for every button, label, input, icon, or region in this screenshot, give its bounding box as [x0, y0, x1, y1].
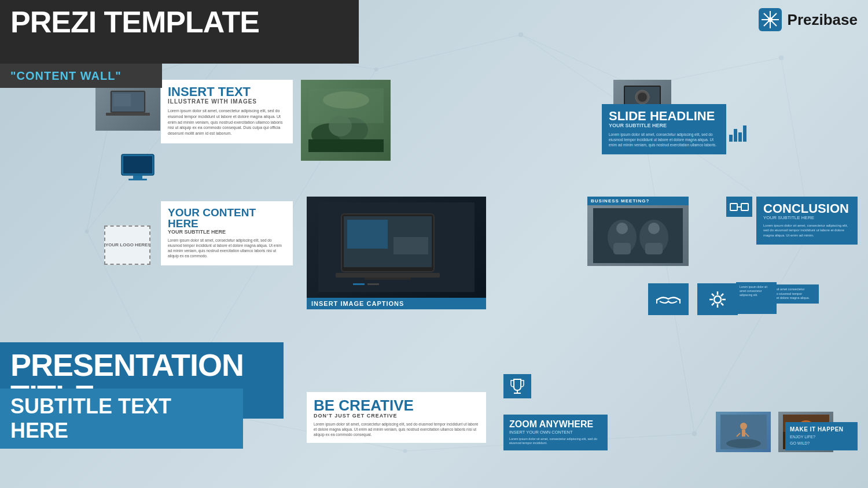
svg-point-63 [616, 223, 628, 234]
conclusion-body: Lorem ipsum dolor sit amet, consectetur … [763, 223, 851, 238]
slide-headline-title: SLIDE HEADLINE [609, 110, 719, 123]
svg-line-13 [376, 35, 521, 69]
slide-headline-subtitle: YOUR SUBTITLE HERE [609, 123, 719, 128]
svg-rect-50 [128, 179, 147, 180]
be-creative-card: BE CREATIVE DON'T JUST GET CREATIVE Lore… [307, 392, 486, 443]
svg-rect-59 [367, 283, 379, 285]
your-content-title: YOUR CONTENT HERE [168, 207, 286, 229]
header-title: PREZI TEMPLATE [10, 7, 259, 37]
svg-rect-58 [353, 283, 365, 285]
slide-headline-card: SLIDE HEADLINE YOUR SUBTITLE HERE Lorem … [602, 104, 726, 154]
handshake-icon-card [648, 283, 689, 315]
be-creative-subtitle: DON'T JUST GET CREATIVE [314, 413, 479, 419]
insert-text-title: INSERT TEXT [168, 86, 286, 98]
conclusion-subtitle: YOUR SUBTITLE HERE [763, 215, 851, 220]
captions-laptop-svg [318, 202, 475, 292]
subtitle-bar: "CONTENT WALL" [0, 64, 162, 88]
svg-line-77 [712, 294, 714, 296]
make-it-happen-title: MAKE IT HAPPEN [790, 426, 853, 432]
svg-rect-54 [347, 220, 388, 249]
svg-rect-68 [741, 204, 748, 210]
svg-rect-35 [106, 113, 150, 116]
header-bar: PREZI TEMPLATE [0, 0, 359, 64]
insert-text-subtitle: ILLUSTRATE WITH IMAGES [168, 98, 286, 105]
gear-icon-card [697, 283, 738, 315]
svg-line-80 [712, 303, 714, 305]
insert-captions-label: INSERT IMAGE CAPTIONS [307, 298, 486, 309]
svg-point-72 [714, 296, 721, 303]
svg-line-79 [721, 294, 723, 296]
svg-rect-66 [645, 243, 663, 254]
svg-point-84 [726, 439, 761, 448]
be-creative-title: BE CREATIVE [314, 398, 479, 413]
svg-point-10 [692, 431, 697, 436]
svg-point-9 [403, 449, 407, 453]
logo-placeholder-text: YOUR LOGO HERE! [105, 242, 149, 248]
prezibase-logo-text: Prezibase [788, 11, 858, 29]
svg-line-19 [694, 231, 810, 434]
svg-rect-86 [742, 430, 745, 437]
small-right-text: Lorem ipsum dolor sit amet consectetur a… [740, 285, 773, 297]
logo-area: Prezibase [759, 8, 858, 31]
monitor-icon [120, 153, 155, 184]
conclusion-card: CONCLUSION YOUR SUBTITLE HERE Lorem ipsu… [756, 197, 858, 245]
svg-rect-48 [123, 156, 152, 173]
your-content-body: Lorem ipsum dolor sit amet, consectetur … [168, 238, 286, 258]
captions-image [307, 197, 486, 298]
svg-rect-65 [613, 243, 631, 254]
meeting-svg [593, 208, 683, 263]
svg-point-6 [85, 230, 89, 233]
jump-svg [720, 415, 767, 449]
slide-headline-body: Lorem ipsum dolor sit amet, consectetur … [609, 132, 719, 147]
rocks-svg [308, 88, 384, 152]
insert-text-card: INSERT TEXT ILLUSTRATE WITH IMAGES Lorem… [161, 80, 293, 143]
svg-point-31 [768, 17, 773, 22]
be-creative-body: Lorem ipsum dolor sit amet, consectetur … [314, 422, 479, 437]
svg-point-41 [323, 91, 369, 109]
svg-point-5 [779, 56, 784, 60]
svg-point-85 [740, 423, 747, 430]
business-meeting-card: BUSINESS MEETING? [587, 197, 689, 266]
svg-point-3 [518, 32, 523, 37]
enjoy-life-label: ENJOY LIFE? [790, 435, 815, 439]
prezibase-logo-icon [759, 8, 782, 31]
insert-captions-card: INSERT IMAGE CAPTIONS [307, 197, 486, 309]
go-wild-label: GO WILD? [790, 441, 810, 445]
conclusion-title: CONCLUSION [763, 202, 851, 215]
your-content-card: YOUR CONTENT HERE YOUR SUBTITLE HERE Lor… [161, 201, 293, 265]
zoom-anywhere-body: Lorem ipsum dolor sit amet, consectetur … [509, 437, 602, 446]
coe-icon-card [726, 197, 752, 217]
business-meeting-label: BUSINESS MEETING? [587, 197, 689, 205]
svg-point-45 [638, 93, 647, 102]
svg-point-2 [374, 68, 378, 71]
insert-text-body: Lorem ipsum dolor sit amet, consectetur … [168, 108, 286, 136]
zoom-anywhere-subtitle: INSERT YOUR OWN CONTENT [509, 430, 602, 435]
zoom-anywhere-card: ZOOM ANYWHERE INSERT YOUR OWN CONTENT Lo… [503, 415, 608, 450]
jump-image [716, 412, 771, 452]
svg-rect-34 [113, 94, 131, 106]
subtitle-block-text: SUBTITLE TEXT HERE [10, 394, 233, 443]
svg-rect-55 [393, 237, 428, 254]
svg-rect-49 [133, 175, 142, 179]
zoom-anywhere-title: ZOOM ANYWHERE [509, 419, 602, 430]
svg-point-64 [648, 223, 660, 234]
subtitle-text-block: SUBTITLE TEXT HERE [0, 389, 243, 449]
gear-icon-svg [707, 289, 728, 310]
svg-line-14 [521, 35, 637, 87]
svg-rect-67 [730, 204, 737, 210]
your-content-subtitle: YOUR SUBTITLE HERE [168, 229, 286, 235]
small-right-text-card: Lorem ipsum dolor sit amet consectetur a… [736, 282, 777, 314]
trophy-icon-card [503, 374, 531, 398]
svg-rect-39 [308, 139, 384, 152]
laptop-svg [105, 88, 151, 123]
bars-chart-icon [729, 124, 749, 142]
chart-icon-area [729, 124, 749, 145]
rocks-image [301, 80, 391, 161]
trophy-icon-svg [509, 378, 526, 395]
svg-rect-57 [365, 278, 411, 280]
subtitle-text: "CONTENT WALL" [10, 69, 122, 83]
business-meeting-image [587, 205, 689, 266]
svg-rect-60 [593, 208, 683, 263]
svg-rect-56 [336, 273, 440, 278]
coe-icon-svg [729, 199, 749, 215]
